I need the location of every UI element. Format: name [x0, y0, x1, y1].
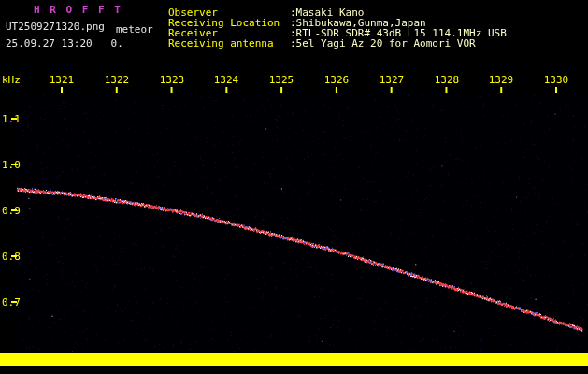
- filename: UT2509271320.png: [6, 22, 105, 32]
- x-tick-label: 1330: [544, 75, 569, 85]
- hrofft-screen: H R O F F T UT2509271320.png meteor 25.0…: [0, 0, 588, 374]
- y-tick-label: 0.8: [2, 252, 21, 262]
- observatory-name: meteor: [116, 24, 153, 35]
- x-tick-label: 1329: [489, 75, 514, 85]
- signal-level-bar: [0, 353, 588, 366]
- x-tick-label: 1321: [50, 75, 75, 85]
- header-field-value: :5el Yagi Az 20 for Aomori VOR: [290, 38, 476, 49]
- y-tick-label: 0.9: [2, 206, 21, 216]
- timestamp: 25.09.27 13:20 0.: [6, 38, 123, 49]
- x-tick-label: 1322: [105, 75, 130, 85]
- x-tick-label: 1327: [380, 75, 405, 85]
- x-tick-label: 1324: [214, 75, 239, 85]
- y-tick-label: 1.1: [2, 114, 21, 124]
- y-tick-label: 1.0: [2, 160, 21, 170]
- spectrogram-canvas: [0, 0, 588, 374]
- header-field-label: Receiving antenna: [168, 38, 274, 49]
- y-axis-unit: kHz: [2, 75, 21, 85]
- x-tick-label: 1326: [324, 75, 350, 85]
- y-tick-label: 0.7: [2, 297, 21, 308]
- x-tick-label: 1323: [160, 75, 185, 85]
- x-tick-label: 1325: [269, 75, 294, 85]
- x-tick-label: 1328: [435, 75, 460, 85]
- app-title: H R O F F T: [34, 5, 122, 15]
